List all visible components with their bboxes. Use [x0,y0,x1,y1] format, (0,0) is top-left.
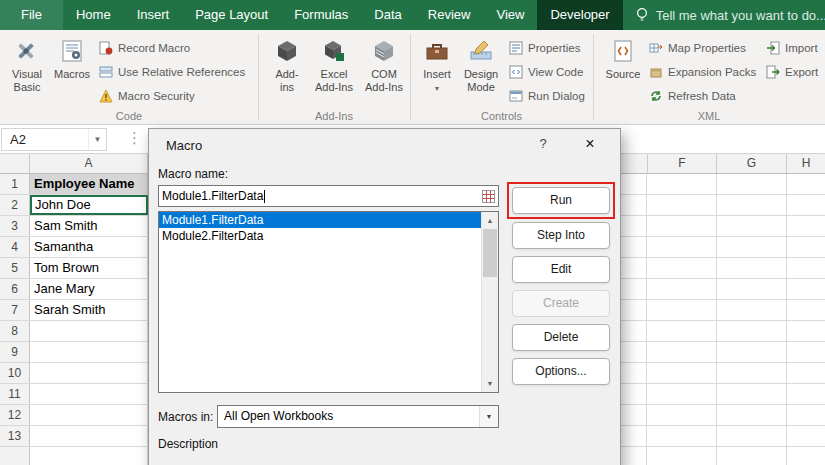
row-header[interactable]: 12 [0,405,30,425]
close-icon[interactable]: × [572,129,608,159]
macro-list-item[interactable]: Module1.FilterData [159,212,481,228]
select-all-corner[interactable] [0,154,30,173]
expansion-packs-button[interactable]: Expansion Packs [648,62,756,82]
import-button[interactable]: Import [765,38,818,58]
gridline [786,174,787,465]
macros-button[interactable]: Macros [50,32,94,120]
ribbon-tab-bar: File Home Insert Page Layout Formulas Da… [0,0,825,30]
options-button[interactable]: Options... [512,358,610,385]
visual-basic-button[interactable]: Visual Basic [4,32,50,120]
row-header[interactable]: 5 [0,258,30,278]
expansion-packs-label: Expansion Packs [668,66,756,78]
excel-window: File Home Insert Page Layout Formulas Da… [0,0,825,465]
edit-button[interactable]: Edit [512,256,610,283]
view-code-label: View Code [528,66,583,78]
row-header[interactable]: 8 [0,321,30,341]
tab-insert[interactable]: Insert [124,0,183,30]
row-header[interactable]: 13 [0,426,30,446]
column-header-a[interactable]: A [30,154,148,173]
list-scrollbar[interactable]: ▲ ▼ [481,212,498,392]
row-header[interactable] [0,447,30,465]
cell[interactable] [30,447,148,465]
range-selector-icon[interactable] [482,190,495,203]
formula-bar-handle-icon[interactable]: ⋮ [127,129,142,147]
name-box[interactable]: A2 ▼ [1,128,107,151]
cell-a7[interactable]: Sarah Smith [30,300,148,320]
insert-dropdown-arrow-icon: ▼ [434,82,441,95]
tab-review[interactable]: Review [415,0,484,30]
use-relative-references-label: Use Relative References [118,66,245,78]
tab-formulas[interactable]: Formulas [281,0,361,30]
cell-a13[interactable] [30,426,148,446]
group-label-xml: XML [593,110,825,122]
refresh-data-button[interactable]: Refresh Data [648,86,736,106]
scroll-down-icon[interactable]: ▼ [482,375,498,392]
row-header[interactable]: 3 [0,216,30,236]
cell-a6[interactable]: Jane Mary [30,279,148,299]
properties-button[interactable]: Properties [508,38,580,58]
name-box-dropdown-icon[interactable]: ▼ [88,129,106,150]
cell-a1[interactable]: Employee Name [30,174,148,194]
com-add-ins-button[interactable]: COM Add-Ins [361,32,407,120]
tab-page-layout[interactable]: Page Layout [182,0,281,30]
row-header[interactable]: 6 [0,279,30,299]
cell-a8[interactable] [30,321,148,341]
xml-source-icon [609,37,637,65]
ribbon-group-controls: Insert ▼ Design Mode Properties View Co [410,30,593,124]
dropdown-arrow-icon[interactable]: ▼ [479,406,498,427]
tell-me-box[interactable]: Tell me what you want to do... [635,0,825,30]
cell-a9[interactable] [30,342,148,362]
cell-a12[interactable] [30,405,148,425]
delete-button[interactable]: Delete [512,324,610,351]
cell-a2-selected[interactable]: John Doe [30,195,148,215]
macros-in-dropdown[interactable]: All Open Workbooks ▼ [217,405,499,428]
cell-a5[interactable]: Tom Brown [30,258,148,278]
step-into-button[interactable]: Step Into [512,222,610,249]
macros-label: Macros [54,68,90,81]
row-header[interactable]: 4 [0,237,30,257]
excel-add-ins-button[interactable]: Excel Add-Ins [310,32,358,120]
macro-name-input[interactable]: Module1.FilterData [158,185,499,207]
column-header-f[interactable]: F [647,154,717,173]
import-icon [765,41,780,56]
add-ins-button[interactable]: Add-ins [270,32,304,120]
cell-a3[interactable]: Sam Smith [30,216,148,236]
tab-developer[interactable]: Developer [537,0,622,30]
row-header[interactable]: 9 [0,342,30,362]
properties-icon [508,41,523,56]
tab-file[interactable]: File [0,0,63,30]
export-button[interactable]: Export [765,62,818,82]
column-header-g[interactable]: G [717,154,787,173]
row-header[interactable]: 7 [0,300,30,320]
tab-data[interactable]: Data [361,0,414,30]
tab-view[interactable]: View [483,0,537,30]
row-header[interactable]: 10 [0,363,30,383]
xml-source-button[interactable]: Source [602,32,644,120]
macro-list-item[interactable]: Module2.FilterData [159,228,481,244]
use-relative-references-button[interactable]: Use Relative References [98,62,245,82]
tab-home[interactable]: Home [63,0,124,30]
export-icon [765,65,780,80]
cell-a11[interactable] [30,384,148,404]
view-code-button[interactable]: View Code [508,62,583,82]
relative-references-icon [98,65,113,80]
column-header-h[interactable]: H [787,154,825,173]
macro-security-button[interactable]: Macro Security [98,86,195,106]
run-button[interactable]: Run [512,187,610,214]
design-mode-button[interactable]: Design Mode [458,32,504,120]
row-header[interactable]: 2 [0,195,30,215]
map-properties-button[interactable]: Map Properties [648,38,746,58]
macro-list: Module1.FilterData Module2.FilterData ▲ … [158,211,499,393]
insert-controls-label: Insert [423,68,451,81]
row-header[interactable]: 1 [0,174,30,194]
scroll-up-icon[interactable]: ▲ [482,212,498,229]
run-dialog-button[interactable]: Run Dialog [508,86,585,106]
cell-a10[interactable] [30,363,148,383]
insert-controls-button[interactable]: Insert ▼ [418,32,456,120]
row-header[interactable]: 11 [0,384,30,404]
macro-name-label: Macro name: [158,167,228,181]
cell-a4[interactable]: Samantha [30,237,148,257]
record-macro-button[interactable]: Record Macro [98,38,190,58]
scrollbar-thumb[interactable] [483,229,497,277]
help-icon[interactable]: ? [526,129,560,159]
